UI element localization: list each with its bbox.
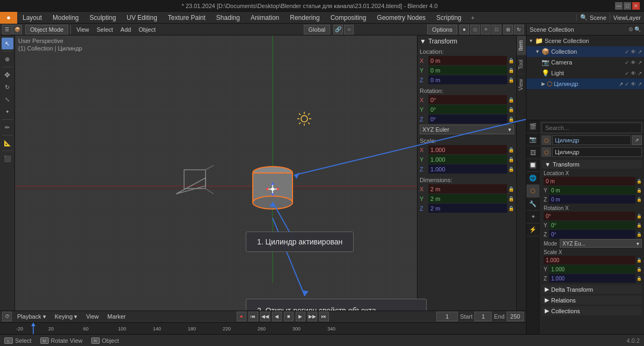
transform-tool-btn[interactable]: ✦	[2, 106, 13, 118]
collection-check[interactable]: ✓	[625, 49, 629, 55]
loc-x-lock[interactable]: 🔒	[508, 58, 514, 63]
record-btn[interactable]: ●	[237, 312, 246, 321]
playback-btn[interactable]: Playback ▾	[14, 312, 49, 321]
menu-texture-paint[interactable]: Texture Paint	[163, 12, 211, 24]
cursor-tool-btn[interactable]: ⊕	[2, 53, 13, 65]
data-name-field[interactable]: Цилиндр	[552, 147, 642, 157]
dim-y-field[interactable]: 2 m	[428, 194, 507, 203]
loc-z-field[interactable]: 0 m	[428, 75, 507, 84]
play-btn[interactable]: ▶	[296, 312, 305, 321]
cylinder-object[interactable]	[248, 163, 297, 215]
sp-rot-x-field[interactable]: 0°	[544, 212, 635, 220]
collection-item[interactable]: ▼ 📦 Collection ✓ 👁 ↗	[526, 46, 644, 57]
sp-rot-x-lock[interactable]: 🔒	[636, 214, 642, 219]
cylinder-item[interactable]: ▶ ⬡ Цилиндр ↗ ✓ 👁 ↗	[526, 78, 644, 89]
rotate-tool-btn[interactable]: ↻	[2, 81, 13, 93]
stop-btn[interactable]: ■	[284, 312, 294, 321]
camera-cursor[interactable]: ↗	[638, 60, 642, 66]
editor-type-btn[interactable]: 📦	[12, 25, 22, 34]
sp-loc-x-field[interactable]: 0 m	[544, 177, 635, 185]
menu-rendering[interactable]: Rendering	[284, 12, 325, 24]
rot-z-lock[interactable]: 🔒	[508, 117, 514, 122]
cylinder-check[interactable]: ✓	[625, 81, 629, 87]
scale-y-field[interactable]: 1.000	[428, 155, 507, 164]
view-icon-btn[interactable]: ☰	[2, 25, 12, 34]
sp-mode-dropdown[interactable]: XYZ Eu... ▾	[560, 239, 642, 248]
options-btn[interactable]: Options	[427, 25, 457, 34]
proportional-btn[interactable]: ○	[344, 25, 354, 34]
add-cube-btn[interactable]: ⬛	[2, 153, 13, 164]
viewlayer-selector[interactable]: ViewLayer	[610, 15, 644, 21]
delta-transform-header[interactable]: ▶ Delta Transform	[541, 285, 642, 294]
sp-rot-y-field[interactable]: 0°	[549, 221, 635, 229]
collections-header[interactable]: ▶ Collections	[541, 306, 642, 315]
jump-end-btn[interactable]: ⏭	[319, 312, 329, 321]
menu-modeling[interactable]: Modeling	[47, 12, 84, 24]
scale-z-lock[interactable]: 🔒	[508, 167, 514, 172]
dim-z-lock[interactable]: 🔒	[508, 206, 514, 211]
rot-x-lock[interactable]: 🔒	[508, 97, 514, 103]
prev-frame-btn[interactable]: ◀◀	[260, 312, 270, 321]
editor-type-timeline[interactable]: ⏱	[2, 312, 12, 321]
end-frame[interactable]: 250	[507, 312, 524, 321]
next-frame-btn[interactable]: ▶▶	[308, 312, 317, 321]
move-tool-btn[interactable]: ✥	[2, 69, 13, 81]
select-btn[interactable]: Select	[93, 25, 116, 34]
sp-rot-y-lock[interactable]: 🔒	[636, 223, 642, 228]
scale-z-field[interactable]: 1.000	[428, 164, 507, 174]
menu-layout[interactable]: Layout	[17, 12, 47, 24]
relations-header[interactable]: ▶ Relations	[541, 295, 642, 305]
menu-sculpting[interactable]: Sculpting	[84, 12, 121, 24]
object-mode-btn[interactable]: Object Mode	[25, 25, 68, 34]
prop-icon-particles[interactable]: ✦	[526, 211, 539, 224]
menu-scripting[interactable]: Scripting	[431, 12, 467, 24]
add-btn[interactable]: Add	[118, 25, 135, 34]
collection-cursor[interactable]: ↗	[638, 49, 642, 55]
scale-y-lock[interactable]: 🔒	[508, 157, 514, 162]
camera-eye[interactable]: 👁	[631, 60, 636, 66]
global-btn[interactable]: Global	[304, 25, 331, 34]
select-tool-btn[interactable]: ↖	[2, 38, 13, 49]
keying-btn[interactable]: Keying ▾	[52, 312, 81, 321]
shading-rendered-btn[interactable]: ☀	[481, 25, 491, 34]
prop-icon-object[interactable]: ⬡	[526, 185, 539, 198]
loc-z-lock[interactable]: 🔒	[508, 77, 514, 83]
outliner-filter-btn[interactable]: ⚙	[628, 26, 633, 32]
outliner-search-btn[interactable]: 🔍	[634, 26, 641, 32]
sp-scale-y-lock[interactable]: 🔒	[636, 267, 642, 272]
collection-eye[interactable]: 👁	[631, 49, 636, 55]
npanel-tab-item[interactable]: Item	[517, 35, 526, 55]
light-check[interactable]: ✓	[625, 70, 629, 76]
blender-logo[interactable]: ●	[0, 12, 17, 24]
prop-icon-world[interactable]: 🌐	[526, 172, 539, 185]
scale-tool-btn[interactable]: ⤡	[2, 93, 13, 105]
shading-solid-btn[interactable]: ●	[459, 25, 469, 34]
sp-loc-y-field[interactable]: 0 m	[549, 186, 635, 194]
current-frame[interactable]: 1	[436, 312, 458, 321]
loc-y-lock[interactable]: 🔒	[508, 68, 514, 73]
camera-check[interactable]: ✓	[625, 60, 629, 66]
object-name-field[interactable]: Цилиндр	[552, 135, 631, 145]
npanel-tab-view[interactable]: View	[517, 74, 526, 95]
sp-scale-y-field[interactable]: 1.000	[549, 265, 635, 273]
sp-rot-z-lock[interactable]: 🔒	[636, 232, 642, 237]
start-frame[interactable]: 1	[474, 312, 492, 321]
sp-loc-z-lock[interactable]: 🔒	[636, 197, 642, 202]
menu-shading[interactable]: Shading	[211, 12, 245, 24]
light-eye[interactable]: 👁	[631, 70, 636, 76]
scene-collection-item[interactable]: ▼ 📁 Scene Collection	[526, 35, 644, 46]
menu-plus[interactable]: +	[467, 15, 479, 21]
jump-start-btn[interactable]: ⏮	[248, 312, 258, 321]
view-btn[interactable]: View	[73, 25, 92, 34]
play-reverse-btn[interactable]: ◀	[272, 312, 282, 321]
sp-loc-x-lock[interactable]: 🔒	[636, 179, 642, 184]
transform-section-header[interactable]: ▼ Transform	[541, 160, 642, 169]
viewport-3d[interactable]: User Perspective (1) Collection | Цилинд…	[15, 35, 526, 311]
sp-rot-z-field[interactable]: 0°	[549, 230, 635, 239]
prop-icon-render[interactable]: 📷	[526, 133, 539, 146]
scale-x-lock[interactable]: 🔒	[508, 147, 514, 153]
transform-header[interactable]: ▼ Transform	[420, 38, 514, 45]
camera-item[interactable]: 📷 Camera ✓ 👁 ↗	[526, 57, 644, 68]
annotate-btn[interactable]: ✏	[2, 121, 13, 133]
minimize-btn[interactable]: —	[615, 2, 623, 10]
